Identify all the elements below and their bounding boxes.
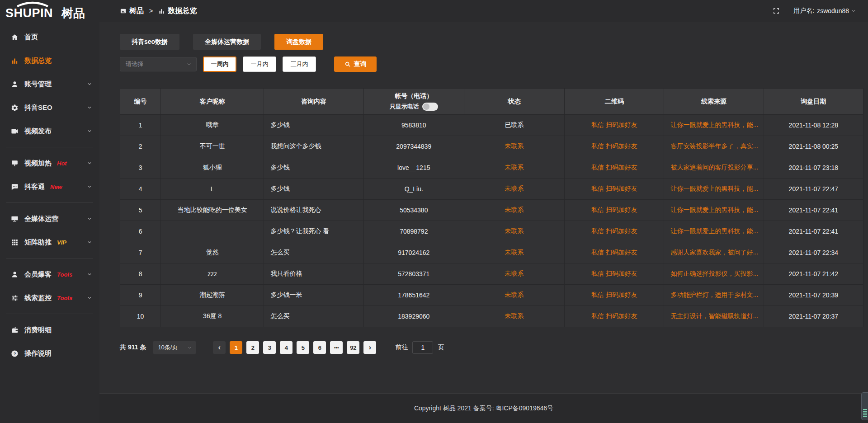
page-button-2[interactable]: 2 bbox=[246, 341, 259, 354]
fullscreen-icon[interactable] bbox=[773, 7, 780, 14]
cell-source-link[interactable]: 客厅安装投影半年多了，真实... bbox=[664, 136, 764, 157]
cell-nickname: 狐小狸 bbox=[161, 157, 264, 179]
sidebar-item-label: 数据总览 bbox=[24, 56, 52, 65]
tab-douyin-seo-data[interactable]: 抖音seo数据 bbox=[120, 34, 179, 50]
range-button-three-months[interactable]: 三月内 bbox=[283, 56, 316, 72]
goto-page-input[interactable] bbox=[412, 341, 433, 354]
sidebar-item-label: 视频加热 bbox=[24, 159, 52, 168]
page-size-select[interactable]: 10条/页 bbox=[153, 341, 196, 354]
sidebar-item-account[interactable]: 账号管理 bbox=[0, 72, 99, 96]
chevron-down-icon bbox=[87, 160, 92, 166]
col-header-nickname: 客户昵称 bbox=[161, 89, 264, 115]
sidebar-item-matrix-boost[interactable]: 矩阵助推VIP bbox=[0, 230, 99, 254]
sidebar-item-label: 账号管理 bbox=[24, 80, 52, 89]
sidebar-item-clue-monitor[interactable]: 线索监控Tools bbox=[0, 286, 99, 310]
cell-status: 未联系 bbox=[464, 179, 564, 200]
page-button-4[interactable]: 4 bbox=[280, 341, 292, 354]
sidebar-divider bbox=[6, 202, 93, 203]
tab-inquiry-data[interactable]: 询盘数据 bbox=[274, 34, 323, 50]
sliders-icon bbox=[11, 294, 19, 302]
filter-select[interactable]: 请选择 bbox=[120, 57, 197, 71]
search-button[interactable]: 查询 bbox=[334, 56, 377, 72]
sidebar-item-badge: Tools bbox=[57, 295, 72, 301]
cell-qrcode-link[interactable]: 私信 扫码加好友 bbox=[565, 157, 664, 179]
cell-content: 多少钱一米 bbox=[264, 285, 363, 306]
cell-qrcode-link[interactable]: 私信 扫码加好友 bbox=[565, 136, 664, 157]
username-value[interactable]: zswodun88 bbox=[817, 7, 849, 14]
cell-qrcode-link[interactable]: 私信 扫码加好友 bbox=[565, 285, 664, 306]
cell-source-link[interactable]: 感谢大家喜欢我家，被问了好... bbox=[664, 242, 764, 263]
tab-media-op-data[interactable]: 全媒体运营数据 bbox=[193, 34, 261, 50]
cell-source-link[interactable]: 让你一眼就爱上的黑科技，能... bbox=[664, 179, 764, 200]
cell-source-link[interactable]: 让你一眼就爱上的黑科技，能... bbox=[664, 200, 764, 221]
sidebar-item-douketong[interactable]: 抖客通New bbox=[0, 175, 99, 198]
cell-qrcode-link[interactable]: 私信 扫码加好友 bbox=[565, 115, 664, 136]
cell-content: 怎么买 bbox=[264, 306, 363, 327]
sidebar-item-video-heat[interactable]: 视频加热Hot bbox=[0, 151, 99, 175]
sidebar-item-video-publish[interactable]: 视频发布 bbox=[0, 119, 99, 143]
next-page-button[interactable]: › bbox=[363, 341, 376, 354]
sidebar-item-label: 会员爆客 bbox=[24, 270, 52, 279]
cell-qrcode-link[interactable]: 私信 扫码加好友 bbox=[565, 263, 664, 285]
sidebar-item-label: 操作说明 bbox=[24, 349, 52, 358]
phone-only-toggle[interactable] bbox=[422, 103, 438, 111]
page-button-1[interactable]: 1 bbox=[230, 341, 242, 354]
cell-content: 多少钱？让我死心 看 bbox=[264, 221, 363, 242]
page-ellipsis-button[interactable]: ••• bbox=[330, 341, 343, 354]
cell-source-link[interactable]: 让你一眼就爱上的黑科技，能... bbox=[664, 221, 764, 242]
cell-source-link[interactable]: 多功能护栏灯，适用于乡村文... bbox=[664, 285, 764, 306]
table-row: 6多少钱？让我死心 看70898792未联系私信 扫码加好友让你一眼就爱上的黑科… bbox=[120, 221, 863, 242]
prev-page-button[interactable]: ‹ bbox=[213, 341, 226, 354]
chevron-down-icon bbox=[187, 345, 192, 350]
chevron-down-icon bbox=[87, 81, 92, 87]
sidebar-item-help[interactable]: ?操作说明 bbox=[0, 342, 99, 365]
floating-widget[interactable] bbox=[861, 392, 868, 420]
cell-nickname: 不可一世 bbox=[161, 136, 264, 157]
page-button-5[interactable]: 5 bbox=[297, 341, 309, 354]
table-row: 3狐小狸多少钱love__1215未联系私信 扫码加好友被大家追着问的客厅投影分… bbox=[120, 157, 863, 179]
sidebar-item-label: 视频发布 bbox=[24, 127, 52, 136]
sidebar-item-label: 首页 bbox=[24, 33, 38, 42]
sidebar-item-overview[interactable]: 数据总览 bbox=[0, 49, 99, 72]
cell-qrcode-link[interactable]: 私信 扫码加好友 bbox=[565, 242, 664, 263]
breadcrumb-home[interactable]: 树品 bbox=[129, 6, 144, 16]
cell-nickname bbox=[161, 221, 264, 242]
sidebar-item-douyin-seo[interactable]: 抖音SEO bbox=[0, 96, 99, 119]
logo-text-en: SHUPIN bbox=[5, 6, 53, 20]
cell-qrcode-link[interactable]: 私信 扫码加好友 bbox=[565, 179, 664, 200]
sidebar-item-expense-detail[interactable]: 消费明细 bbox=[0, 318, 99, 342]
cell-no: 7 bbox=[120, 242, 161, 263]
cell-source-link[interactable]: 无主灯设计，智能磁吸轨道灯... bbox=[664, 306, 764, 327]
table-row: 2不可一世我想问这个多少钱2097344839未联系私信 扫码加好友客厅安装投影… bbox=[120, 136, 863, 157]
sidebar-item-member-burst[interactable]: 会员爆客Tools bbox=[0, 263, 99, 286]
cell-source-link[interactable]: 被大家追着问的客厅投影分享... bbox=[664, 157, 764, 179]
col-header-content: 咨询内容 bbox=[264, 89, 363, 115]
cell-content: 多少钱 bbox=[264, 157, 363, 179]
cell-date: 2021-11-07 22:47 bbox=[764, 179, 863, 200]
cell-account: love__1215 bbox=[363, 157, 464, 179]
range-button-one-week[interactable]: 一周内 bbox=[203, 56, 236, 72]
chevron-down-icon[interactable] bbox=[851, 8, 856, 14]
page-button-92[interactable]: 92 bbox=[347, 341, 359, 354]
sidebar-item-label: 抖客通 bbox=[24, 183, 45, 191]
cell-source-link[interactable]: 如何正确选择投影仪，买投影... bbox=[664, 263, 764, 285]
page-buttons: 123456•••92 bbox=[226, 341, 359, 354]
sidebar-item-badge: New bbox=[50, 183, 62, 190]
cell-source-link[interactable]: 让你一眼就爱上的黑科技，能... bbox=[664, 115, 764, 136]
cell-date: 2021-11-07 20:39 bbox=[764, 285, 863, 306]
cell-no: 1 bbox=[120, 115, 161, 136]
chevron-down-icon bbox=[87, 105, 92, 110]
range-button-one-month[interactable]: 一月内 bbox=[243, 56, 276, 72]
sidebar-item-home[interactable]: 首页 bbox=[0, 25, 99, 49]
chevron-down-icon bbox=[87, 240, 92, 245]
col-header-qrcode: 二维码 bbox=[565, 89, 664, 115]
page-button-3[interactable]: 3 bbox=[263, 341, 276, 354]
cell-status: 未联系 bbox=[464, 242, 564, 263]
sidebar-item-omni-media[interactable]: 全媒体运营 bbox=[0, 207, 99, 230]
page-button-6[interactable]: 6 bbox=[313, 341, 326, 354]
phone-only-row: 只显示电话 bbox=[390, 103, 438, 111]
cell-qrcode-link[interactable]: 私信 扫码加好友 bbox=[565, 200, 664, 221]
cell-qrcode-link[interactable]: 私信 扫码加好友 bbox=[565, 306, 664, 327]
sidebar-item-label: 全媒体运营 bbox=[24, 215, 58, 223]
cell-qrcode-link[interactable]: 私信 扫码加好友 bbox=[565, 221, 664, 242]
